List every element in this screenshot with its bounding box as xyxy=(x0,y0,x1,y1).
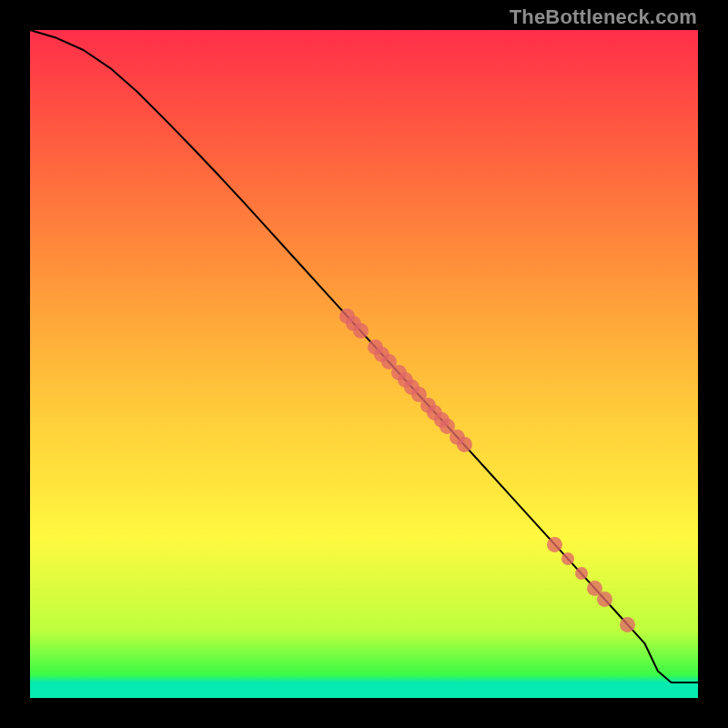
data-point xyxy=(575,567,588,580)
watermark-text: TheBottleneck.com xyxy=(510,5,697,29)
chart-stage: TheBottleneck.com xyxy=(0,0,728,728)
data-point xyxy=(353,323,369,339)
data-point xyxy=(547,537,562,552)
data-point xyxy=(597,592,612,607)
plot-area xyxy=(30,30,698,698)
data-point xyxy=(457,437,472,452)
